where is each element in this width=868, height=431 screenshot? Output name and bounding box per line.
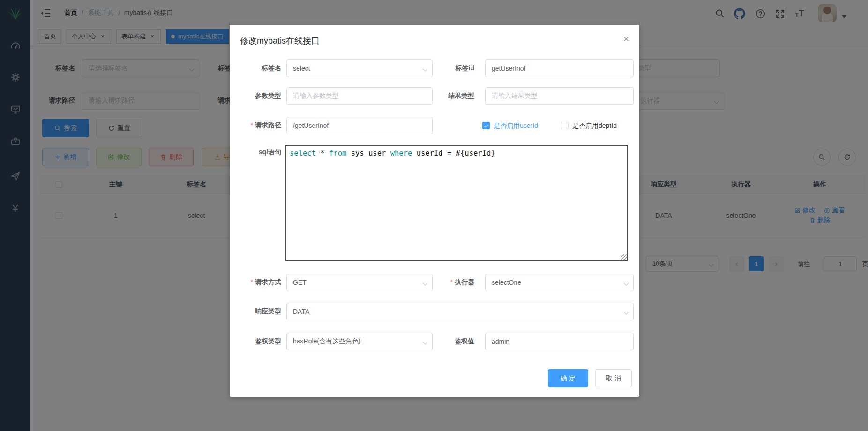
result-type-label: 结果类型 <box>424 92 474 100</box>
request-path-label: 请求路径 <box>231 121 281 130</box>
response-type-select[interactable]: DATA <box>286 303 634 320</box>
sql-editor[interactable]: select * from sys_user where userId = #{… <box>285 145 628 261</box>
dialog-close-icon[interactable]: × <box>620 32 633 45</box>
sql-label: sql语句 <box>231 148 281 156</box>
enable-deptid-label[interactable]: 是否启用deptId <box>572 122 617 130</box>
response-type-label: 响应类型 <box>231 307 281 316</box>
edit-mybatis-dialog: 修改mybatis在线接口 × 标签名 select 标签id getUserI… <box>230 25 639 397</box>
chevron-down-icon <box>623 309 629 314</box>
param-type-label: 参数类型 <box>231 92 281 100</box>
tag-id-label: 标签id <box>424 64 474 73</box>
resize-grip-icon[interactable] <box>621 254 627 260</box>
chevron-down-icon <box>623 280 629 285</box>
request-path-input[interactable]: /getUserInof <box>286 117 433 134</box>
app-root: ¥ 首页 / 系统工具 / mybatis在线接口 <box>0 0 868 431</box>
tag-name-select[interactable]: select <box>286 59 433 77</box>
tag-name-label: 标签名 <box>231 64 281 73</box>
auth-type-select[interactable]: hasRole(含有这些角色) <box>286 333 433 350</box>
enable-deptid-checkbox[interactable] <box>561 122 569 129</box>
request-method-select[interactable]: GET <box>286 274 433 291</box>
confirm-button[interactable]: 确 定 <box>548 369 588 387</box>
enable-userid-checkbox[interactable] <box>482 122 490 129</box>
tag-id-input[interactable]: getUserInof <box>485 59 634 77</box>
auth-value-input[interactable]: admin <box>485 333 634 350</box>
cancel-button[interactable]: 取 消 <box>595 369 632 387</box>
auth-value-label: 鉴权值 <box>424 337 474 346</box>
auth-type-label: 鉴权类型 <box>231 337 281 346</box>
enable-userid-label[interactable]: 是否启用userId <box>494 122 538 130</box>
request-method-label: 请求方式 <box>231 278 281 287</box>
result-type-input[interactable]: 请输入结果类型 <box>485 87 634 105</box>
param-type-input[interactable]: 请输入参数类型 <box>286 87 433 105</box>
executor-label: 执行器 <box>424 278 474 287</box>
dialog-title: 修改mybatis在线接口 <box>240 35 320 46</box>
executor-select[interactable]: selectOne <box>485 274 634 291</box>
